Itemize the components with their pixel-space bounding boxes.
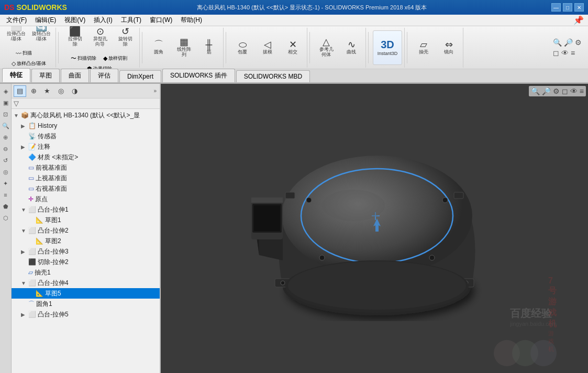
revolve-boss-button[interactable]: 🔄 旋转凸台/基体	[29, 26, 53, 48]
maximize-button[interactable]: □	[563, 3, 572, 12]
tab-dimxpert[interactable]: DimXpert	[119, 70, 161, 82]
strip-btn-1[interactable]: ◈	[1, 86, 11, 96]
minimize-button[interactable]: —	[551, 3, 561, 12]
more-icon[interactable]: ≡	[571, 49, 575, 57]
tab-sketch[interactable]: 草图	[31, 69, 60, 82]
strip-btn-11[interactable]: ⬟	[1, 201, 11, 212]
viewport-more-icon[interactable]: ≡	[580, 87, 584, 95]
tree-item-sketch1[interactable]: ▶ 📐 草图1	[12, 215, 160, 225]
tab-sw-mbd[interactable]: SOLIDWORKS MBD	[236, 70, 310, 82]
tree-item-root[interactable]: ▼ 📦 离心鼓风机 HB-1340 (默认 <<默认>_显	[12, 110, 160, 120]
window-controls[interactable]: — □ ✕	[551, 3, 584, 12]
strip-btn-3[interactable]: ⊡	[1, 109, 11, 119]
tree-item-boss1[interactable]: ▼ ⬜ 凸台-拉伸1	[12, 204, 160, 215]
sweep-button[interactable]: 〰 扫描	[13, 49, 45, 58]
tree-item-top-plane[interactable]: ▶ ▭ 上视基准面	[12, 173, 160, 183]
settings-icon[interactable]: ⚙	[575, 38, 582, 47]
sidebar-tb-property[interactable]: ⊕	[27, 85, 40, 97]
strip-btn-4[interactable]: 🔍	[1, 120, 11, 131]
sidebar-tb-config[interactable]: ★	[41, 85, 53, 97]
close-button[interactable]: ✕	[574, 3, 584, 12]
curves-button[interactable]: ∿ 曲线	[339, 32, 363, 63]
tree-item-sketch5[interactable]: ▶ 📐 草图5	[12, 288, 160, 299]
tree-item-origin[interactable]: ▶ ✛ 原点	[12, 194, 160, 204]
tab-evaluate[interactable]: 评估	[90, 69, 118, 82]
sweep-label: 扫描	[23, 50, 32, 57]
pin-icon[interactable]: 📌	[573, 15, 584, 25]
loft-cut-button[interactable]: ◆ 放样切割	[101, 54, 132, 63]
intersect-button[interactable]: ✕ 相交	[281, 32, 305, 63]
viewport-zoom-icon[interactable]: 🔎	[542, 87, 551, 95]
display-icon[interactable]: ◻	[553, 49, 559, 57]
tree-item-sensors[interactable]: ▶ 📡 传感器	[12, 131, 160, 141]
tree-expand-boss5[interactable]: ▶	[21, 312, 28, 317]
search2-icon[interactable]: 🔎	[564, 38, 573, 47]
menu-file[interactable]: 文件(F)	[2, 15, 31, 26]
boss-extrude-button[interactable]: ⬜ 拉伸凸台/基体	[4, 26, 28, 48]
tab-features[interactable]: 特征	[2, 68, 30, 82]
search-icon[interactable]: 🔍	[553, 38, 562, 47]
extrude-cut-button[interactable]: ⬛ 拉伸切除	[63, 26, 87, 53]
strip-btn-12[interactable]: ⬡	[1, 213, 11, 223]
draft-button[interactable]: ◁ 拔模	[256, 32, 280, 63]
menu-view[interactable]: 视图(V)	[60, 15, 90, 26]
tree-item-notes[interactable]: ▶ 📝 注释	[12, 141, 160, 152]
strip-btn-2[interactable]: ▣	[1, 97, 11, 108]
tree-expand-boss1[interactable]: ▼	[21, 207, 28, 213]
strip-btn-10[interactable]: ≡	[1, 190, 11, 200]
wrap-button[interactable]: ⬭ 包覆	[230, 32, 254, 63]
tree-expand-boss3[interactable]: ▶	[21, 249, 28, 255]
tree-item-right-plane[interactable]: ▶ ▭ 右视基准面	[12, 183, 160, 194]
tree-item-boss2[interactable]: ▼ ⬜ 凸台-拉伸2	[12, 225, 160, 236]
strip-btn-5[interactable]: ⊕	[1, 132, 11, 142]
menu-tools[interactable]: 工具(T)	[117, 15, 146, 26]
tab-sw-plugins[interactable]: SOLIDWORKS 插件	[162, 69, 235, 82]
viewport-display-icon[interactable]: ◻	[562, 87, 568, 95]
strip-btn-8[interactable]: ◎	[1, 167, 11, 177]
tree-expand-boss2[interactable]: ▼	[21, 228, 28, 234]
revolve-cut-button[interactable]: ↺ 旋转切除	[113, 26, 137, 53]
menu-window[interactable]: 窗口(W)	[146, 15, 176, 26]
viewport-view-icon[interactable]: 👁	[570, 87, 578, 95]
sidebar-tb-feature-tree[interactable]: ▤	[14, 85, 26, 97]
menu-help[interactable]: 帮助(H)	[176, 15, 206, 26]
viewport-settings-icon[interactable]: ⚙	[553, 87, 560, 95]
ref-geometry-button[interactable]: △ 参考几何体	[314, 32, 338, 63]
loft-button[interactable]: ◇ 放样凸台/基体	[9, 59, 49, 69]
strip-btn-7[interactable]: ↺	[1, 155, 11, 166]
sidebar-expand-icon[interactable]: »	[153, 88, 157, 94]
fillet-button[interactable]: ⌒ 圆角	[147, 32, 171, 63]
sidebar-tb-color[interactable]: ◑	[68, 85, 81, 97]
linear-pattern-button[interactable]: ▦ 线性阵列	[172, 32, 196, 63]
tree-item-material[interactable]: ▶ 🔷 材质 <未指定>	[12, 152, 160, 162]
tree-icon-fillet1: ⌒	[28, 300, 35, 309]
tree-item-boss5[interactable]: ▶ ⬜ 凸台-拉伸5	[12, 309, 160, 320]
tab-surface[interactable]: 曲面	[61, 69, 89, 82]
tree-item-sketch2[interactable]: ▶ 📐 草图2	[12, 236, 160, 246]
tree-item-shell1[interactable]: ▶ ▱ 抽壳1	[12, 267, 160, 278]
sidebar-tb-display[interactable]: ◎	[54, 85, 67, 97]
rib-button[interactable]: ╫ 筋	[197, 32, 221, 63]
view-icon[interactable]: 👁	[561, 49, 569, 57]
hole-wizard-button[interactable]: ⊙ 异型孔向导	[88, 26, 112, 53]
tree-expand-notes[interactable]: ▶	[21, 144, 28, 150]
tree-expand-root[interactable]: ▼	[14, 113, 21, 118]
strip-btn-9[interactable]: ✦	[1, 178, 11, 189]
viewport[interactable]: 百度经验 jingyan.baidu.com 7号游戏机 游戏机 🔍 🔎 ⚙ ◻	[161, 84, 588, 373]
menu-edit[interactable]: 编辑(E)	[31, 15, 60, 26]
tree-item-cut1[interactable]: ▶ ⬛ 切除-拉伸2	[12, 257, 160, 267]
tree-expand-boss4[interactable]: ▼	[21, 280, 28, 286]
tree-item-fillet1[interactable]: ▶ ⌒ 圆角1	[12, 299, 160, 309]
tree-expand-history[interactable]: ▶	[21, 123, 28, 129]
viewport-search-icon[interactable]: 🔍	[531, 87, 540, 95]
instant3d-button[interactable]: 3D Instant3D	[373, 30, 402, 65]
menu-insert[interactable]: 插入(I)	[90, 15, 116, 26]
tree-item-boss3[interactable]: ▶ ⬜ 凸台-拉伸3	[12, 246, 160, 257]
mirror-button[interactable]: ⇔ 镜向	[437, 32, 461, 63]
tree-item-history[interactable]: ▶ 📋 History	[12, 120, 160, 131]
shell-button[interactable]: ▱ 抽壳	[412, 32, 436, 63]
tree-item-boss4[interactable]: ▼ ⬜ 凸台-拉伸4	[12, 278, 160, 288]
sweep-cut-button[interactable]: 〜 扫描切除	[68, 54, 99, 63]
strip-btn-6[interactable]: ⊖	[1, 144, 11, 154]
tree-item-front-plane[interactable]: ▶ ▭ 前视基准面	[12, 162, 160, 173]
